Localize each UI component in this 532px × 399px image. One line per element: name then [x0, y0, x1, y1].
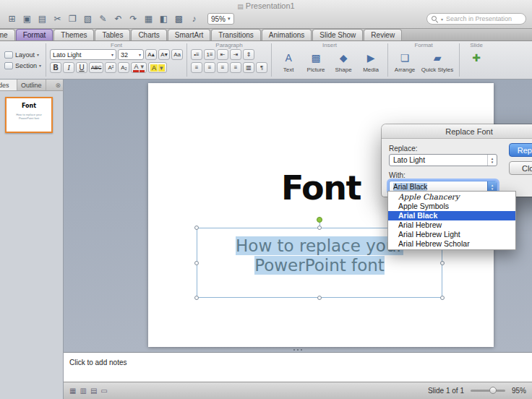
quick-styles-button[interactable]: ▰ Quick Styles	[419, 49, 455, 73]
resize-handle-s[interactable]	[317, 296, 322, 300]
redo-icon[interactable]: ↷	[127, 12, 140, 25]
align-justify-button[interactable]: ≡	[230, 62, 241, 73]
numbering-button[interactable]: 1≡	[204, 49, 215, 60]
print-icon[interactable]: ▤	[36, 12, 48, 25]
tab-smartart[interactable]: SmartArt	[168, 29, 210, 40]
font-option-arial-hebrew-light[interactable]: Arial Hebrew Light	[388, 230, 515, 239]
font-dropdown-list: Apple Chancery Apple Symbols Arial Black…	[387, 191, 516, 250]
bold-button[interactable]: B	[50, 62, 61, 73]
pane-drag-handle-icon[interactable]	[293, 349, 302, 351]
line-spacing-button[interactable]: ⇕	[243, 49, 254, 60]
arrange-button[interactable]: ❏ Arrange	[392, 49, 418, 73]
zoom-slider-knob[interactable]	[489, 387, 497, 394]
normal-view-icon[interactable]: ▦	[69, 387, 76, 395]
resize-handle-sw[interactable]	[194, 296, 199, 300]
sidebar-tab-slides[interactable]: Slides	[0, 80, 17, 90]
search-input[interactable]	[446, 15, 518, 22]
tab-tables[interactable]: Tables	[95, 29, 130, 40]
text-direction-button[interactable]: ¶	[256, 62, 267, 73]
toolbar-zoom-combo[interactable]: 95% ▾	[207, 13, 234, 25]
resize-handle-nw[interactable]	[194, 226, 199, 230]
copy-icon[interactable]: ❐	[66, 12, 79, 25]
close-button[interactable]: Close	[509, 161, 532, 175]
notes-view-icon[interactable]: ▤	[90, 387, 97, 395]
zoom-percentage: 95%	[512, 387, 526, 395]
resize-handle-se[interactable]	[440, 296, 445, 300]
resize-handle-n[interactable]	[317, 226, 322, 230]
subscript-button[interactable]: A₂	[118, 62, 129, 73]
align-left-button[interactable]: ≡	[191, 62, 202, 73]
slide-group-label: Slide	[470, 42, 483, 49]
font-name-combo[interactable]: Lato Light ▾	[50, 49, 116, 60]
chart-icon[interactable]: ◧	[158, 12, 170, 25]
undo-icon[interactable]: ↶	[112, 12, 124, 25]
strikethrough-button[interactable]: ABC	[89, 62, 103, 73]
tab-charts[interactable]: Charts	[131, 29, 166, 40]
ribbon-group-format: Format ❏ Arrange ▰ Quick Styles	[388, 41, 459, 79]
sorter-view-icon[interactable]: ▥	[80, 387, 86, 395]
insert-text-button[interactable]: A Text	[275, 49, 301, 73]
font-group-label: Font	[111, 42, 122, 49]
resize-handle-e[interactable]	[440, 261, 445, 265]
font-option-arial-black[interactable]: Arial Black	[388, 211, 515, 220]
zoom-slider[interactable]	[471, 390, 505, 392]
dialog-title[interactable]: Replace Font	[382, 124, 532, 139]
notes-pane[interactable]: Click to add notes	[64, 352, 532, 382]
sidebar-tab-outline[interactable]: Outline	[17, 80, 46, 90]
align-center-button[interactable]: ≡	[204, 62, 215, 73]
insert-picture-button[interactable]: ▩ Picture	[303, 49, 329, 73]
tab-review[interactable]: Review	[364, 29, 402, 40]
grow-font-button[interactable]: A▴	[145, 49, 157, 60]
highlight-color-button[interactable]: A ▾	[148, 62, 167, 73]
sidebar-tabs: Slides Outline ⊗	[0, 80, 63, 91]
tab-themes[interactable]: Themes	[53, 29, 94, 40]
slideshow-view-icon[interactable]: ▭	[100, 387, 107, 395]
rotate-handle[interactable]	[317, 217, 322, 223]
tab-slideshow[interactable]: Slide Show	[312, 29, 363, 40]
indent-decrease-button[interactable]: ⇤	[217, 49, 228, 60]
close-panel-icon[interactable]: ⊗	[55, 82, 61, 89]
insert-shape-label: Shape	[335, 66, 351, 73]
layout-dropdown[interactable]: Layout ▾	[4, 51, 41, 59]
paste-icon[interactable]: ▧	[82, 12, 94, 25]
combo-arrows-icon: ▴▾	[487, 155, 497, 166]
window-title: ▤Presentation1	[0, 1, 532, 10]
slide-thumbnail-1[interactable]: Font How to replace your PowerPoint font	[5, 97, 53, 133]
picture-icon[interactable]: ▩	[173, 12, 185, 25]
bullets-button[interactable]: •≡	[191, 49, 202, 60]
tab-home[interactable]: Home	[0, 29, 15, 40]
search-scope-chevron-icon[interactable]: ▾	[441, 17, 443, 22]
font-option-arial-hebrew-scholar[interactable]: Arial Hebrew Scholar	[388, 239, 515, 249]
table-icon[interactable]: ▦	[142, 12, 155, 25]
indent-increase-button[interactable]: ⇥	[230, 49, 241, 60]
columns-button[interactable]: ▥	[243, 62, 254, 73]
document-icon: ▤	[237, 3, 244, 10]
replace-button[interactable]: Replace	[509, 143, 532, 157]
font-option-apple-symbols[interactable]: Apple Symbols	[388, 202, 515, 211]
font-option-apple-chancery[interactable]: Apple Chancery	[388, 192, 515, 202]
resize-handle-w[interactable]	[194, 261, 199, 265]
align-right-button[interactable]: ≡	[217, 62, 228, 73]
format-painter-icon[interactable]: ✎	[97, 12, 109, 25]
font-color-button[interactable]: A ▾	[131, 62, 147, 73]
superscript-button[interactable]: A²	[105, 62, 116, 73]
shrink-font-button[interactable]: A▾	[158, 49, 170, 60]
media-icon[interactable]: ♪	[188, 12, 200, 25]
underline-button[interactable]: U	[76, 62, 87, 73]
change-case-button[interactable]: Aa	[171, 49, 183, 60]
tab-format[interactable]: Format	[16, 29, 53, 40]
new-slide-button[interactable]: ✚	[463, 49, 489, 66]
replace-font-combo[interactable]: Lato Light ▴▾	[389, 154, 497, 166]
search-box[interactable]: ▾	[426, 13, 526, 25]
save-icon[interactable]: ▣	[21, 12, 33, 25]
insert-media-button[interactable]: ▶ Media	[358, 49, 384, 73]
tab-animations[interactable]: Animations	[262, 29, 312, 40]
grid-icon[interactable]: ⊞	[6, 12, 18, 25]
section-dropdown[interactable]: Section ▾	[4, 62, 41, 69]
font-size-combo[interactable]: 32 ▾	[118, 49, 144, 60]
tab-transitions[interactable]: Transitions	[211, 29, 261, 40]
font-option-arial-hebrew[interactable]: Arial Hebrew	[388, 220, 515, 230]
insert-shape-button[interactable]: ◆ Shape	[330, 49, 356, 73]
cut-icon[interactable]: ✂	[51, 12, 64, 25]
italic-button[interactable]: I	[63, 62, 74, 73]
